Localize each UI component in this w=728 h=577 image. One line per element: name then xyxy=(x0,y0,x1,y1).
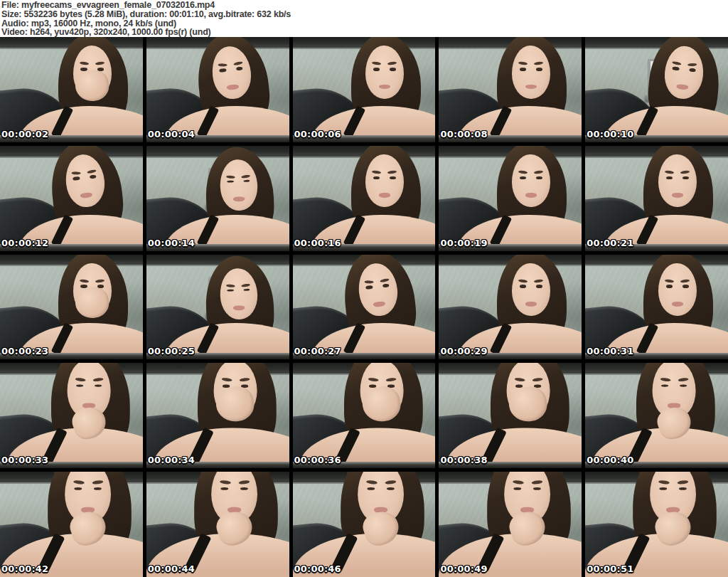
eyebrow-right xyxy=(534,62,544,66)
eyebrow-right xyxy=(241,174,251,179)
timestamp-label: 00:00:21 xyxy=(587,238,633,248)
video-thumbnail: 00:00:38 xyxy=(439,363,582,468)
eyebrow-left xyxy=(75,377,86,382)
video-thumbnail: 00:00:25 xyxy=(146,255,289,360)
eye-left xyxy=(219,68,226,73)
eyebrow-right xyxy=(687,63,697,66)
eye-right xyxy=(387,487,395,490)
video-thumbnail: 00:00:14 xyxy=(146,146,289,251)
video-thumbnail: 00:00:12 xyxy=(0,146,143,251)
eye-left xyxy=(73,177,80,181)
person xyxy=(481,255,582,360)
eye-left xyxy=(520,176,526,180)
video-thumbnail: 00:00:36 xyxy=(293,363,436,468)
video-thumbnail: 00:00:10 xyxy=(585,37,728,142)
eye-right xyxy=(243,289,250,291)
eyebrow-left xyxy=(221,377,232,382)
eye-right xyxy=(682,176,689,180)
eyebrow-left xyxy=(665,279,675,283)
face xyxy=(512,154,550,207)
eyebrow-right xyxy=(241,283,251,287)
eyebrow-right xyxy=(92,377,104,382)
person xyxy=(626,37,728,142)
video-thumbnail: 00:00:42 xyxy=(0,472,143,577)
eyebrow-left xyxy=(372,170,382,174)
face xyxy=(365,154,404,207)
eyebrow-left xyxy=(518,170,528,174)
eyebrow-left xyxy=(660,377,671,382)
eyebrow-right xyxy=(678,377,690,382)
eyebrow-left xyxy=(665,170,675,174)
person xyxy=(178,363,289,468)
eye-left xyxy=(75,487,82,490)
eye-left xyxy=(666,285,673,288)
eye-right xyxy=(680,384,687,387)
eye-left xyxy=(673,66,680,70)
eye-left xyxy=(662,384,669,387)
eye-right xyxy=(680,487,687,490)
timestamp-label: 00:00:42 xyxy=(1,564,48,573)
eyebrow-left xyxy=(518,279,528,283)
face xyxy=(512,46,550,98)
lips xyxy=(525,302,537,307)
timestamp-label: 00:00:51 xyxy=(587,564,633,573)
eyebrow-right xyxy=(677,480,689,485)
person xyxy=(626,255,728,360)
person xyxy=(481,146,582,251)
head xyxy=(351,146,421,226)
video-thumbnail: 00:00:16 xyxy=(293,146,436,251)
person xyxy=(41,255,143,360)
video-thumbnail: 00:00:31 xyxy=(585,255,728,360)
video-thumbnail: 00:00:08 xyxy=(439,37,582,142)
eye-left xyxy=(365,285,373,290)
eyebrow-left xyxy=(658,480,670,485)
eye-left xyxy=(76,384,83,387)
head xyxy=(351,37,421,117)
timestamp-label: 00:00:29 xyxy=(440,346,487,356)
eye-right xyxy=(390,176,396,180)
eye-right xyxy=(95,487,102,490)
lips xyxy=(672,302,683,307)
video-thumbnail: 00:00:46 xyxy=(293,472,436,577)
head xyxy=(51,363,130,440)
eyebrow-right xyxy=(92,480,104,485)
person xyxy=(320,472,435,577)
eyebrow-left xyxy=(80,62,90,66)
eyebrow-right xyxy=(680,279,690,283)
video-thumbnail: 00:00:06 xyxy=(293,37,436,142)
eyebrow-right xyxy=(385,377,397,382)
person xyxy=(188,255,289,360)
eye-right xyxy=(243,180,250,182)
timestamp-label: 00:00:38 xyxy=(440,455,487,465)
video-thumbnail: 00:00:51 xyxy=(585,472,728,577)
eyebrow-left xyxy=(368,377,379,382)
eye-left xyxy=(520,285,526,288)
eye-left xyxy=(80,68,87,71)
head xyxy=(58,37,128,117)
eyebrow-left xyxy=(73,480,85,485)
face xyxy=(512,263,550,316)
eyebrow-right xyxy=(387,62,397,66)
person xyxy=(41,37,143,142)
person xyxy=(617,363,728,468)
eye-right xyxy=(536,68,542,71)
timestamp-label: 00:00:06 xyxy=(294,129,341,139)
face xyxy=(365,46,404,98)
video-thumbnail: 00:00:44 xyxy=(146,472,289,577)
person xyxy=(188,37,289,142)
eyebrow-left xyxy=(225,175,235,179)
eye-left xyxy=(373,68,380,71)
timestamp-label: 00:00:16 xyxy=(294,238,341,248)
eyebrow-right xyxy=(534,170,544,174)
eyebrow-right xyxy=(380,278,390,283)
eye-left xyxy=(221,487,229,490)
eyebrow-right xyxy=(87,169,97,174)
eyebrow-right xyxy=(532,377,543,382)
timestamp-label: 00:00:40 xyxy=(587,455,633,465)
timestamp-label: 00:00:46 xyxy=(294,564,341,573)
person xyxy=(466,472,582,577)
eyebrow-right xyxy=(95,62,105,66)
timestamp-label: 00:00:12 xyxy=(1,238,48,248)
eye-right xyxy=(382,284,389,288)
metadata-header: File: myfreecams_evvagreen_female_070320… xyxy=(0,0,728,37)
